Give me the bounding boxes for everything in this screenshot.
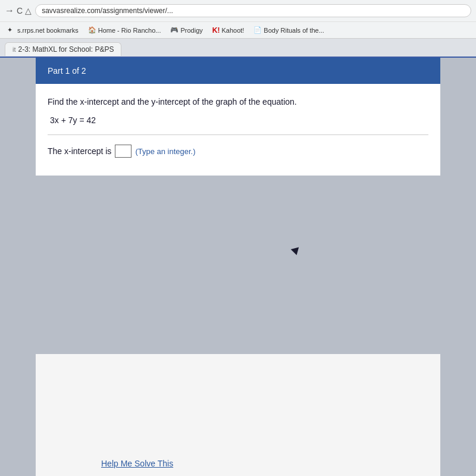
part-header: Part 1 of 2	[36, 58, 440, 84]
equation-display: 3x + 7y = 42	[48, 115, 428, 125]
nav-buttons: → C △	[5, 5, 32, 16]
browser-chrome: → C △ savvasrealize.com/assignments/view…	[0, 0, 476, 39]
answer-row: The x-intercept is (Type an integer.)	[48, 145, 428, 158]
tab-bar: it2-3: MathXL for School: P&PS	[0, 39, 476, 58]
reload-icon[interactable]: C	[17, 6, 23, 15]
bookmark-home-rio[interactable]: 🏠 Home - Rio Rancho...	[86, 25, 164, 36]
star-icon: ✦	[7, 26, 15, 35]
question-instruction: Find the x-intercept and the y-intercept…	[48, 96, 428, 108]
back-icon[interactable]: →	[5, 5, 14, 16]
bookmark-rrps[interactable]: ✦ s.rrps.net bookmarks	[5, 25, 81, 36]
kahoot-k-icon: K!	[212, 26, 220, 35]
house-icon: 🏠	[88, 26, 96, 35]
divider	[48, 134, 428, 135]
content-area: Part 1 of 2 Find the x-intercept and the…	[0, 58, 476, 476]
answer-input-box[interactable]	[115, 145, 131, 158]
content-panel: Part 1 of 2 Find the x-intercept and the…	[36, 58, 440, 476]
help-me-solve-link[interactable]: Help Me Solve This	[101, 459, 173, 468]
active-tab[interactable]: it2-3: MathXL for School: P&PS	[5, 42, 121, 56]
game-icon: 🎮	[170, 26, 178, 35]
doc-icon: 📄	[253, 26, 262, 35]
x-intercept-input[interactable]	[115, 145, 131, 157]
bookmark-kahoot[interactable]: K! Kahoot!	[210, 25, 247, 36]
url-bar[interactable]: savvasrealize.com/assignments/viewer/...	[35, 4, 471, 17]
bookmark-prodigy[interactable]: 🎮 Prodigy	[168, 25, 205, 36]
part-label: Part 1 of 2	[48, 66, 86, 76]
home-icon[interactable]: △	[25, 6, 32, 15]
bookmark-body-rituals[interactable]: 📄 Body Rituals of the...	[251, 25, 327, 36]
answer-label: The x-intercept is	[48, 146, 111, 156]
bookmarks-bar: ✦ s.rrps.net bookmarks 🏠 Home - Rio Ranc…	[0, 21, 476, 38]
question-body: Find the x-intercept and the y-intercept…	[36, 84, 440, 176]
address-bar: → C △ savvasrealize.com/assignments/view…	[0, 0, 476, 21]
answer-hint: (Type an integer.)	[135, 147, 195, 156]
bottom-section	[36, 176, 440, 354]
